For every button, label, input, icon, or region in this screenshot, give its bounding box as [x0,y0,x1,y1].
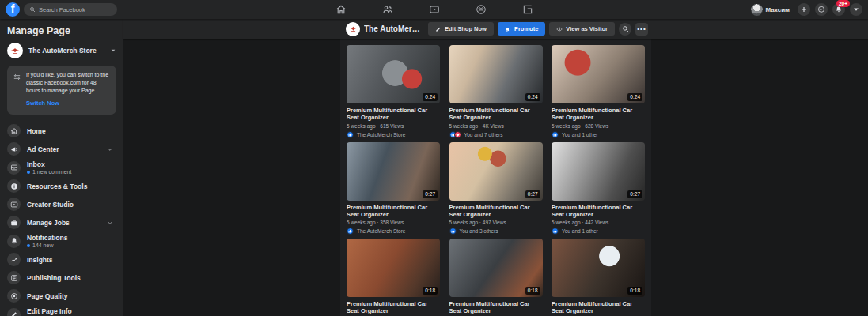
creator-icon [7,198,21,211]
sidebar-item-label: Insights [27,256,53,264]
caret-down-icon [110,47,116,54]
video-title[interactable]: Premium Multifunctional Car Seat Organiz… [552,204,645,218]
video-meta: 5 weeks ago · 358 Views [347,220,440,225]
sidebar-item-badge: 1 new comment [27,169,71,175]
account-menu-button[interactable] [850,3,862,16]
video-reactions-text: The AutoMerch Store [357,228,405,234]
video-title[interactable]: Premium Multifunctional Car Seat Organiz… [347,107,440,121]
video-thumbnail[interactable]: 0:24 [347,45,440,103]
sidebar-item-home[interactable]: Home [7,122,116,140]
page-header-bar: The AutoMerch Store Edit Shop Now Promot… [123,19,868,39]
love-reaction-icon [454,131,461,138]
sidebar-item-manage-jobs[interactable]: Manage Jobs [7,213,116,231]
sidebar-item-badge: 144 new [27,243,67,248]
sidebar-item-page-quality[interactable]: Page Quality [7,287,116,305]
chevron-down-icon [107,220,113,226]
view-as-visitor-label: View as Visitor [566,25,608,32]
video-card: 0:27 Premium Multifunctional Car Seat Or… [347,142,440,235]
page-selector[interactable]: The AutoMerch Store [7,43,116,58]
search-placeholder-text: Search Facebook [39,6,85,13]
video-card: 0:24 Premium Multifunctional Car Seat Or… [449,45,543,138]
video-title[interactable]: Premium Multifunctional Car Seat Organiz… [449,204,543,218]
video-reactions-text: You and 3 others [460,228,498,234]
videos-panel: 0:24 Premium Multifunctional Car Seat Or… [340,39,651,316]
video-meta: 5 weeks ago · 497 Views [449,220,543,225]
video-duration-badge: 0:18 [423,287,438,295]
video-meta: 5 weeks ago · 442 Views [552,220,645,225]
video-thumbnail[interactable]: 0:18 [552,239,645,297]
video-reactions-text: You and 1 other [562,228,598,234]
video-title[interactable]: Premium Multifunctional Car Seat Organiz… [347,204,440,218]
video-thumbnail[interactable]: 0:27 [347,142,440,201]
messenger-button[interactable] [815,3,828,16]
promote-label: Promote [514,25,538,32]
facebook-manage-page-app: f Search Facebook Максим 20+ Manage Pag [0,0,868,316]
like-reaction-icon [449,228,457,235]
home-tab[interactable] [335,4,347,15]
switch-now-link[interactable]: Switch Now [26,100,59,107]
sidebar-item-resources-tools[interactable]: Resources & Tools [7,177,116,195]
video-reactions-text: The AutoMerch Store [357,132,405,137]
sidebar-nav: Home Ad Center Inbox 1 new comment Resou… [7,122,116,316]
video-thumbnail[interactable]: 0:27 [449,142,543,201]
video-thumbnail[interactable]: 0:24 [449,45,543,103]
video-thumbnail[interactable]: 0:24 [552,45,645,103]
video-title[interactable]: Premium Multifunctional Car Seat Organiz… [552,300,645,314]
video-title[interactable]: Premium Multifunctional Car Seat Organiz… [552,107,645,121]
edit-shop-now-button[interactable]: Edit Shop Now [428,22,494,36]
megaphone-icon [505,26,511,32]
video-thumbnail[interactable]: 0:18 [347,239,440,297]
video-meta: 5 weeks ago · 4K Views [449,123,543,129]
sidebar-item-label: Notifications [27,234,67,242]
video-reactions-text: You and 1 other [562,132,598,137]
like-reaction-icon [552,131,559,138]
watch-tab[interactable] [429,4,440,15]
video-thumbnail[interactable]: 0:27 [552,142,645,201]
page-avatar-small [346,22,360,36]
eye-icon [556,26,563,32]
video-meta: 5 weeks ago · 628 Views [552,123,645,129]
sidebar-item-label: Creator Studio [27,201,74,209]
video-meta: 5 weeks ago · 615 Views [347,123,440,129]
friends-tab[interactable] [382,4,393,15]
facebook-logo-letter: f [11,3,15,14]
sidebar-item-ad-center[interactable]: Ad Center [7,140,116,158]
sidebar-item-creator-studio[interactable]: Creator Studio [7,195,116,213]
sidebar-item-publishing-tools[interactable]: Publishing Tools [7,269,116,287]
video-duration-badge: 0:24 [525,93,540,101]
video-title[interactable]: Premium Multifunctional Car Seat Organiz… [347,300,440,314]
sidebar-item-label: Home [27,127,46,135]
video-card: 0:24 Premium Multifunctional Car Seat Or… [552,45,645,138]
profile-chip[interactable]: Максим [749,2,793,17]
page-search-button[interactable] [619,23,631,36]
groups-tab[interactable] [476,4,487,15]
facebook-logo[interactable]: f [6,2,20,17]
bell-icon [7,235,21,248]
home-icon [7,124,21,137]
video-card: 0:27 Premium Multifunctional Car Seat Or… [449,142,543,235]
sidebar-item-notifications[interactable]: Notifications 144 new [7,231,116,250]
search-facebook-input[interactable]: Search Facebook [24,3,117,16]
video-reactions-row: You and 3 others [449,228,543,235]
pencil-icon [7,308,21,316]
gaming-tab[interactable] [522,4,533,15]
sidebar-item-insights[interactable]: Insights [7,250,116,269]
view-as-visitor-button[interactable]: View as Visitor [549,22,615,36]
video-duration-badge: 0:27 [627,190,642,198]
video-thumbnail[interactable]: 0:18 [449,239,543,297]
video-title[interactable]: Premium Multifunctional Car Seat Organiz… [449,300,543,314]
video-card: 0:24 Premium Multifunctional Car Seat Or… [347,45,440,138]
sidebar-item-inbox[interactable]: Inbox 1 new comment [7,158,116,177]
sidebar-item-label: Page Quality [27,292,68,300]
sidebar-item-edit-page-info[interactable]: Edit Page Info 1 new [7,305,116,316]
megaphone-icon [7,142,21,156]
promote-button[interactable]: Promote [498,22,545,36]
create-button[interactable] [798,3,810,16]
sidebar-item-label: Publishing Tools [27,274,81,282]
video-title[interactable]: Premium Multifunctional Car Seat Organiz… [449,107,543,121]
video-reactions-row: The AutoMerch Store [347,131,440,138]
more-options-button[interactable]: ••• [635,23,648,36]
edit-shop-now-label: Edit Shop Now [445,25,487,32]
briefcase-icon [7,216,21,229]
pencil-icon [435,26,442,32]
